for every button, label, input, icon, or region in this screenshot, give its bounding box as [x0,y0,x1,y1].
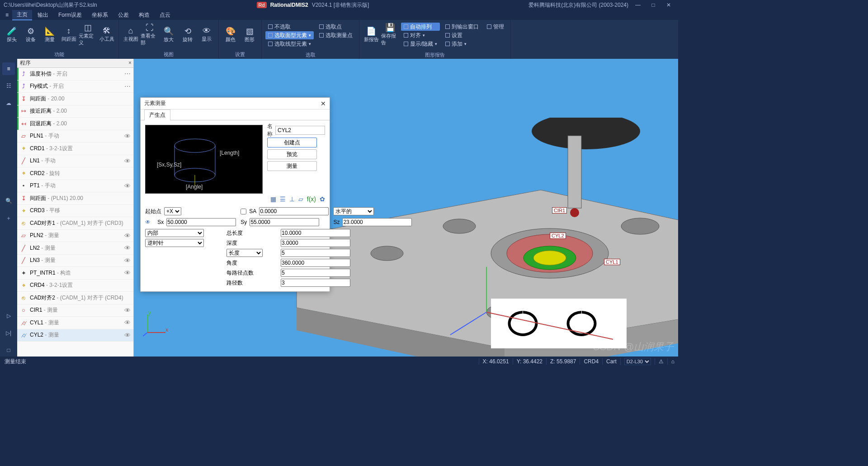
sx-input[interactable] [166,218,236,226]
eye-icon[interactable]: 👁 [124,133,131,140]
report-chip-c-0[interactable]: 管理 [484,23,507,31]
program-row-PLN2[interactable]: ▱PLN2 - 测量👁 [17,230,133,243]
eye-icon[interactable]: 👁 [124,307,131,314]
start-dir-select[interactable]: +X [164,207,181,215]
orient-select[interactable]: 水平的 [333,207,374,215]
rb-clearance[interactable]: ↕间距面 [60,22,78,47]
create-point-button[interactable]: 创建点 [267,138,317,147]
program-row-CYL1[interactable]: ⌭CYL1 - 测量👁 [17,317,133,329]
program-row-CAD对齐1[interactable]: ⎋CAD对齐1 - (CADM_1) 对齐于 (CRD3) [17,217,133,230]
dialog-close-icon[interactable]: ✕ [321,100,326,107]
program-row-LN2[interactable]: ╱LN2 - 测量👁 [17,242,133,255]
program-row-CAD对齐2[interactable]: ⎋CAD对齐2 - (CADM_1) 对齐于 (CRD4) [17,292,133,304]
angle-input[interactable] [281,259,350,267]
tab-form-error[interactable]: Form误差 [54,10,86,20]
program-close-icon[interactable]: × [128,60,132,66]
program-row-PT_INTR1[interactable]: ✦PT_INTR1 - 构造👁 [17,267,133,280]
program-row-PLN1[interactable]: ▱PLN1 - 手动👁 [17,130,133,143]
select-chip-a-1[interactable]: 选取面型元素 ▾ [265,31,314,39]
more-icon[interactable]: ⋯ [124,83,131,90]
program-row-CRD3[interactable]: ⌖CRD3 - 平移 [17,205,133,218]
total-length-input[interactable] [281,229,350,237]
rb-zoom[interactable]: 🔍放大 [160,22,178,47]
rb-new-report[interactable]: 📄新报告 [362,22,380,47]
rail-sequence-icon[interactable]: ≡ [2,62,15,75]
program-row-回退距离[interactable]: ↤回退距离 - 2.00 [17,118,133,130]
eye-icon[interactable]: 👁 [124,269,131,276]
eye-icon[interactable]: 👁 [124,157,131,165]
eye-icon[interactable]: 👁 [145,219,151,225]
tb-axis-icon[interactable]: ⊥ [289,195,295,203]
rail-tree-icon[interactable]: ☷ [2,80,15,92]
program-row-CRD4[interactable]: ⌖CRD4 - 3-2-1设置 [17,280,133,292]
program-row-PT1[interactable]: •PT1 - 手动👁 [17,180,133,193]
eye-icon[interactable]: 👁 [124,182,131,190]
tb-fx-icon[interactable]: f(x) [307,195,316,203]
select-chip-b-1[interactable]: 选取测量点 [316,31,355,39]
rb-feature-def[interactable]: ◫元素定义 [79,22,97,47]
name-input[interactable] [275,126,325,135]
eye-icon[interactable]: 👁 [124,257,131,264]
status-cart[interactable]: Cart [602,358,620,365]
report-chip-b-2[interactable]: 添加 ▾ [443,40,481,48]
close-button[interactable]: ✕ [663,2,675,8]
preview-button[interactable]: 预览 [267,149,317,159]
tb-grid-icon[interactable]: ▦ [270,195,276,203]
rail-cloud-icon[interactable]: ☁ [2,97,15,109]
hamburger-icon[interactable]: ≡ [3,12,11,18]
status-warn-icon[interactable]: ⚠ [655,358,667,365]
rail-stop-icon[interactable]: □ [2,344,15,357]
rb-tools[interactable]: 🛠小工具 [98,22,116,47]
program-row-Fly模式[interactable]: ⤴Fly模式 - 开启⋯ [17,81,133,93]
tb-gear-icon[interactable]: ✿ [320,195,325,203]
status-probe-select[interactable]: D2-L30 [624,358,651,365]
rb-viewall[interactable]: ⛶查看全部 [141,22,159,47]
report-chip-b-0[interactable]: 到输出窗口 [443,23,481,31]
tab-crs[interactable]: 坐标系 [87,10,113,20]
program-row-LN1[interactable]: ╱LN1 - 手动👁 [17,155,133,168]
rb-display[interactable]: 👁显示 [198,22,216,47]
program-row-间距面[interactable]: ↧间距面 - 20.00 [17,93,133,105]
tb-list-icon[interactable]: ☰ [280,195,286,203]
depth-input[interactable] [281,239,350,247]
sa-checkbox[interactable] [241,209,246,214]
side-select[interactable]: 内部 [145,229,204,237]
sy-input[interactable] [250,218,319,226]
select-chip-b-0[interactable]: 选取点 [316,23,355,31]
rb-rotate[interactable]: ⟲旋转 [179,22,197,47]
rb-color[interactable]: 🎨颜色 [222,22,240,47]
rotation-select[interactable]: 逆时针 [145,239,204,247]
rb-device[interactable]: ⚙设备 [22,22,40,47]
rb-graphic[interactable]: ▧图形 [241,22,259,47]
tab-tolerance[interactable]: 公差 [113,10,133,20]
tab-construct[interactable]: 构造 [134,10,154,20]
dialog-tab-generate[interactable]: 产生点 [144,109,170,120]
tab-pointcloud[interactable]: 点云 [155,10,175,20]
status-home-icon[interactable]: ⌂ [667,358,678,365]
rb-mainview[interactable]: ⌂主视图 [122,22,140,47]
select-chip-a-2[interactable]: 选取线型元素 ▾ [265,40,314,48]
points-per-path-input[interactable] [281,269,350,277]
program-row-CRD2[interactable]: ⌖CRD2 - 旋转 [17,167,133,180]
rb-measure[interactable]: 📐测量 [41,22,59,47]
program-list[interactable]: ⤴温度补偿 - 开启⋯⤴Fly模式 - 开启⋯↧间距面 - 20.00↦接近距离… [17,68,133,357]
sz-input[interactable] [342,218,412,226]
report-chip-a-1[interactable]: 对齐 ▾ [401,31,440,39]
eye-icon[interactable]: 👁 [124,332,131,339]
rail-add-icon[interactable]: ＋ [2,212,15,224]
sa-input[interactable] [259,207,329,215]
measure-button[interactable]: 测量 [267,161,317,171]
report-chip-a-2[interactable]: 显示/隐藏 ▾ [401,40,440,48]
program-row-接近距离[interactable]: ↦接近距离 - 2.00 [17,105,133,118]
tab-home[interactable]: 主页 [12,10,32,20]
eye-icon[interactable]: 👁 [124,244,131,252]
program-row-CIR1[interactable]: ○CIR1 - 测量👁 [17,304,133,317]
maximize-button[interactable]: □ [647,2,659,8]
report-chip-a-0[interactable]: 自动排列 [401,23,440,31]
paths-input[interactable] [281,279,350,287]
length-value-input[interactable] [281,249,350,257]
rail-search-icon[interactable]: 🔍 [2,195,15,207]
select-chip-a-0[interactable]: 不选取 [265,23,314,31]
program-row-CRD1[interactable]: ⌖CRD1 - 3-2-1设置 [17,143,133,155]
program-row-CYL2[interactable]: ⌭CYL2 - 测量👁 [17,329,133,342]
